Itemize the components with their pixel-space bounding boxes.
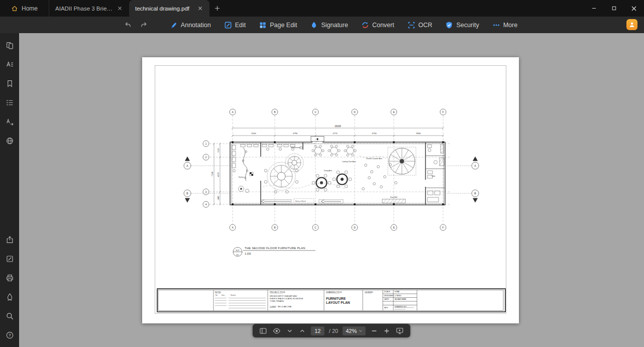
- title-block: NOTE: No. Date Remark PROJECT TITLE: HIN…: [157, 289, 505, 312]
- kitchen-fixtures: [232, 145, 253, 193]
- share-button[interactable]: [3, 235, 16, 245]
- project-line: TOWN, PENANG.: [270, 300, 284, 302]
- close-icon: [631, 6, 637, 12]
- ink-drop-icon: [6, 293, 14, 301]
- minimize-button[interactable]: [584, 0, 604, 17]
- print-button[interactable]: [3, 273, 16, 283]
- dim-total-top: 26200: [335, 125, 341, 128]
- grid-label: 2: [205, 156, 207, 159]
- document-canvas: 26200 5100 4790 4770 4700 5830 7230 1520…: [19, 33, 644, 347]
- eye-icon: [273, 327, 281, 335]
- convert-icon: [361, 21, 369, 29]
- more-button[interactable]: More: [487, 19, 523, 31]
- dim-total-left: 7230: [211, 171, 213, 176]
- comment-list-icon: [6, 98, 14, 107]
- page-number-input[interactable]: [311, 326, 325, 335]
- account-avatar[interactable]: [626, 19, 637, 30]
- presentation-button[interactable]: [395, 326, 404, 335]
- minimize-icon: [591, 6, 597, 11]
- zoom-in-button[interactable]: [383, 327, 391, 335]
- section-markers: A B A B: [184, 157, 479, 203]
- tab-home-label: Home: [22, 5, 38, 12]
- chevron-down-icon: [359, 329, 363, 333]
- spiral-staircase: [388, 147, 416, 175]
- undo-button[interactable]: [121, 19, 135, 32]
- room-label: Ground Customer Area: [366, 158, 382, 160]
- note-edit-icon: [6, 255, 14, 263]
- close-window-button[interactable]: [624, 0, 644, 17]
- ocr-button[interactable]: OCR: [402, 19, 438, 31]
- convert-button[interactable]: Convert: [356, 19, 400, 31]
- viewer-controls: / 20 42%: [253, 324, 410, 337]
- maximize-button[interactable]: [604, 0, 624, 17]
- security-label: Security: [456, 22, 479, 29]
- previous-page-button[interactable]: [298, 327, 306, 335]
- pdf-editor-window: Home AIADII Phase 3 Brief.pdf technical …: [0, 0, 644, 347]
- tab-document-1-label: AIADII Phase 3 Brief.pdf: [55, 6, 113, 12]
- more-label: More: [503, 22, 517, 29]
- round-feature-small: [285, 154, 303, 172]
- drawing-title-line: LAYOUT PLAN: [326, 301, 350, 304]
- tab-home[interactable]: Home: [0, 0, 49, 17]
- figure-scale: 1:100: [245, 252, 251, 255]
- zoom-select[interactable]: 42%: [343, 326, 366, 335]
- outline-panel-button[interactable]: [3, 59, 16, 69]
- dim-segment: 5830: [416, 132, 421, 135]
- web-panel-button[interactable]: [3, 136, 16, 146]
- round-feature-large: [264, 162, 298, 193]
- floor-plan: [230, 137, 445, 205]
- search-button[interactable]: [3, 311, 16, 321]
- tab-document-2[interactable]: technical drawing.pdf: [129, 0, 209, 17]
- note-col: No.: [216, 294, 218, 296]
- next-page-button[interactable]: [286, 327, 294, 335]
- security-button[interactable]: Security: [440, 19, 484, 31]
- user-icon: [628, 21, 635, 28]
- tab-document-1[interactable]: AIADII Phase 3 Brief.pdf: [49, 0, 129, 17]
- annotation-label: Annotation: [181, 22, 211, 29]
- edit-button[interactable]: Edit: [219, 19, 252, 31]
- project-line: HIN BUS DEPOT IS AN ART AND: [270, 295, 297, 297]
- grid-label: D: [354, 226, 356, 229]
- ink-button[interactable]: [3, 292, 16, 302]
- zoom-out-button[interactable]: [370, 327, 378, 335]
- designer-value: LI MING: [395, 295, 402, 297]
- read-mode-button[interactable]: [272, 326, 281, 335]
- signature-button[interactable]: Signature: [304, 19, 354, 31]
- undo-icon: [124, 21, 132, 29]
- designer-label: DESIGNER:: [384, 295, 394, 297]
- client-value: MS LILIAN CHIA: [278, 306, 292, 308]
- help-button[interactable]: ?: [3, 330, 16, 340]
- drawing-title-line: FURNITURE: [326, 297, 346, 300]
- close-tab-icon[interactable]: [197, 5, 203, 12]
- thumbnails-panel-button[interactable]: [3, 40, 16, 50]
- edit-label: Edit: [235, 22, 246, 29]
- sidebar-panel-group: [3, 40, 16, 146]
- dim-segment: 4770: [333, 132, 338, 135]
- floor-path: [263, 183, 345, 189]
- main-toolbar: Annotation Edit Page Edit Signature: [0, 17, 644, 33]
- figure-badge-bottom: SC: [236, 254, 239, 256]
- titlebar: Home AIADII Phase 3 Brief.pdf technical …: [0, 0, 644, 17]
- washroom-fixtures: [427, 144, 444, 202]
- form-fill-button[interactable]: [3, 254, 16, 264]
- room-label: Made on Wheels: [295, 200, 306, 202]
- annotation-button[interactable]: Annotation: [164, 19, 217, 31]
- grid-label: 3: [205, 191, 207, 193]
- grid-label: F: [443, 111, 444, 113]
- technical-drawing: 26200 5100 4790 4770 4700 5830 7230 1520…: [142, 57, 519, 323]
- drawing-title-label: DRAWING TITLE:: [326, 291, 342, 293]
- comments-panel-button[interactable]: [3, 97, 16, 107]
- bookmark-panel-button[interactable]: [3, 78, 16, 88]
- page-layout-button[interactable]: [259, 326, 268, 335]
- outline-icon: [6, 60, 14, 69]
- new-tab-button[interactable]: [209, 0, 225, 17]
- grid-label: E: [393, 111, 394, 113]
- room-label: Dining Area: [324, 170, 332, 172]
- redo-button[interactable]: [137, 19, 151, 32]
- close-tab-icon[interactable]: [117, 5, 123, 12]
- translate-panel-button[interactable]: [3, 117, 16, 127]
- drawing-no-label: DRAWING NO:: [395, 306, 407, 308]
- search-icon: [6, 312, 14, 320]
- room-label: Toilet: [432, 175, 435, 177]
- page-edit-button[interactable]: Page Edit: [253, 19, 302, 31]
